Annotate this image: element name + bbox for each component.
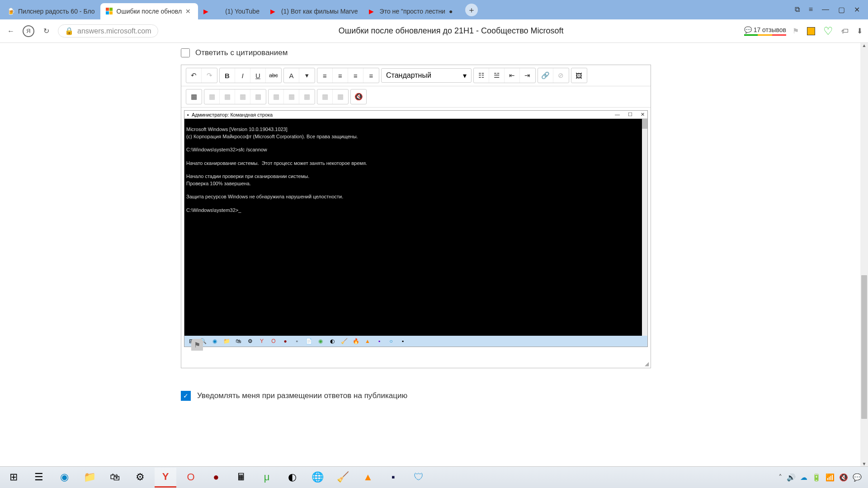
extension-icon[interactable]: 🏷 <box>841 27 849 35</box>
store-app[interactable]: 🛍 <box>104 468 126 488</box>
opera-app[interactable]: O <box>180 468 202 488</box>
tab-3[interactable]: (1) YouTube <box>220 3 265 19</box>
explorer-app[interactable]: 📁 <box>79 468 100 488</box>
maximize-icon[interactable]: ▢ <box>838 5 845 14</box>
align-center-button[interactable]: ≡ <box>333 68 348 83</box>
tab-0[interactable]: 🍺 Пилснер радость 60 - Бло <box>2 3 100 19</box>
align-right-button[interactable]: ≡ <box>348 68 363 83</box>
font-color-button[interactable]: A <box>284 68 299 83</box>
align-left-button[interactable]: ≡ <box>317 68 333 83</box>
downloads-icon[interactable]: ⬇ <box>857 27 863 35</box>
table-op-3-button[interactable]: ▦ <box>235 89 250 104</box>
yandex-icon[interactable]: Я <box>23 25 34 37</box>
url-field[interactable]: 🔒 answers.microsoft.com <box>58 24 158 38</box>
table-op-8-button[interactable]: ▦ <box>317 89 333 104</box>
vlc-icon: ▲ <box>363 337 372 345</box>
extension-yellow-icon[interactable] <box>807 27 815 35</box>
italic-button[interactable]: I <box>235 68 250 83</box>
feedback-counter[interactable]: 💬 17 отзывов <box>744 26 786 36</box>
editor-bookmark-icon: ⚑ <box>191 339 203 351</box>
notify-checkbox[interactable]: ✓ <box>181 391 191 401</box>
strikethrough-button[interactable]: abc <box>266 68 281 83</box>
yandex-browser-app[interactable]: Y <box>155 468 176 488</box>
wifi-icon[interactable]: 📶 <box>826 473 835 482</box>
style-select-label: Стандартный <box>386 71 431 80</box>
editor-content-area[interactable]: ▪ Администратор: Командная строка — ☐ ✕ … <box>181 108 651 361</box>
tab-1[interactable]: Ошибки после обновл ✕ <box>100 3 198 19</box>
table-op-5-button[interactable]: ▦ <box>269 89 284 104</box>
globe-app[interactable]: 🌐 <box>307 468 328 488</box>
tab-2[interactable]: ▶ <box>198 3 220 19</box>
edge-app[interactable]: ◉ <box>53 468 75 488</box>
ordered-list-button[interactable]: ☷ <box>474 68 489 83</box>
table-op-4-button[interactable]: ▦ <box>250 89 266 104</box>
table-op-6-button[interactable]: ▦ <box>284 89 299 104</box>
underline-button[interactable]: U <box>250 68 266 83</box>
undo-button[interactable]: ↶ <box>186 68 202 83</box>
page-viewport: Ответить с цитированием ↶ ↷ B I U abc A … <box>0 43 868 466</box>
table-op-1-button[interactable]: ▦ <box>204 89 220 104</box>
volume-muted-icon[interactable]: 🔇 <box>839 473 848 482</box>
terminal-icon: ▪ <box>399 337 407 345</box>
scroll-down-arrow[interactable]: ▼ <box>860 461 868 466</box>
tab-title: Ошибки после обновл <box>117 8 182 15</box>
table-op-7-button[interactable]: ▦ <box>299 89 315 104</box>
fire-icon: 🔥 <box>352 337 360 345</box>
clock-app[interactable]: ◐ <box>281 468 303 488</box>
unlink-button[interactable]: ⊘ <box>553 68 569 83</box>
tab-4[interactable]: ▶ (1) Вот как фильмы Marve <box>265 3 363 19</box>
scrollbar-thumb[interactable] <box>861 275 867 419</box>
scroll-up-arrow[interactable]: ▲ <box>860 43 868 48</box>
copy-icon[interactable]: ⧉ <box>795 5 800 14</box>
font-color-dropdown[interactable]: ▾ <box>299 68 315 83</box>
cmd-icon: ▪ <box>187 112 189 117</box>
align-justify-button[interactable]: ≡ <box>363 68 379 83</box>
reload-button[interactable]: ↻ <box>41 26 52 37</box>
bold-button[interactable]: B <box>220 68 235 83</box>
table-op-2-button[interactable]: ▦ <box>220 89 235 104</box>
shield-app[interactable]: 🛡 <box>408 468 429 488</box>
unordered-list-button[interactable]: ☱ <box>489 68 505 83</box>
paragraph-style-select[interactable]: Стандартный <box>381 68 472 83</box>
red-app[interactable]: ● <box>205 468 227 488</box>
edge-icon: ◉ <box>211 337 219 345</box>
volume-icon[interactable]: 🔊 <box>787 473 796 482</box>
image-button[interactable]: 🖼 <box>571 68 587 83</box>
green-app-icon: ◉ <box>316 337 325 345</box>
dark-app[interactable]: ▪ <box>382 468 404 488</box>
back-button[interactable]: ← <box>5 26 16 37</box>
indent-button[interactable]: ⇥ <box>520 68 535 83</box>
redo-button[interactable]: ↷ <box>202 68 217 83</box>
cleanup-icon: 🧹 <box>340 337 348 345</box>
editor-resize-handle[interactable]: ◢ <box>181 361 651 368</box>
start-button[interactable]: ⊞ <box>3 468 24 488</box>
link-button[interactable]: 🔗 <box>538 68 553 83</box>
vlc-app[interactable]: ▲ <box>357 468 379 488</box>
calculator-app[interactable]: 🖩 <box>231 468 252 488</box>
outdent-button[interactable]: ⇤ <box>505 68 520 83</box>
close-window-icon[interactable]: ✕ <box>854 5 860 14</box>
quote-checkbox[interactable] <box>181 48 190 57</box>
mute-button[interactable]: 🔇 <box>351 89 366 104</box>
blue-circle-icon: ○ <box>387 337 395 345</box>
new-tab-button[interactable]: ＋ <box>465 4 478 16</box>
onedrive-icon[interactable]: ☁ <box>800 473 807 482</box>
notepad-icon: 📄 <box>305 337 313 345</box>
notifications-icon[interactable]: 💬 <box>853 473 862 482</box>
tray-up-icon[interactable]: ˄ <box>778 473 782 482</box>
settings-app[interactable]: ⚙ <box>129 468 151 488</box>
battery-icon[interactable]: 🔋 <box>812 473 821 482</box>
bookmark-icon[interactable]: ⚑ <box>793 27 799 35</box>
cleanup-app[interactable]: 🧹 <box>332 468 354 488</box>
insert-table-button[interactable]: ▦ <box>186 89 202 104</box>
menu-icon[interactable]: ≡ <box>809 5 813 14</box>
shield-icon[interactable]: ♡ <box>823 25 833 38</box>
tab-5[interactable]: ▶ Это не "просто лестни ● <box>363 3 462 19</box>
utorrent-app[interactable]: μ <box>256 468 278 488</box>
minimize-icon[interactable]: — <box>822 5 829 14</box>
page-scrollbar[interactable]: ▲ ▼ <box>860 43 868 466</box>
table-op-9-button[interactable]: ▦ <box>333 89 348 104</box>
task-view-button[interactable]: ☰ <box>28 468 50 488</box>
quote-checkbox-row: Ответить с цитированием <box>181 48 705 57</box>
close-icon[interactable]: ✕ <box>185 8 193 15</box>
